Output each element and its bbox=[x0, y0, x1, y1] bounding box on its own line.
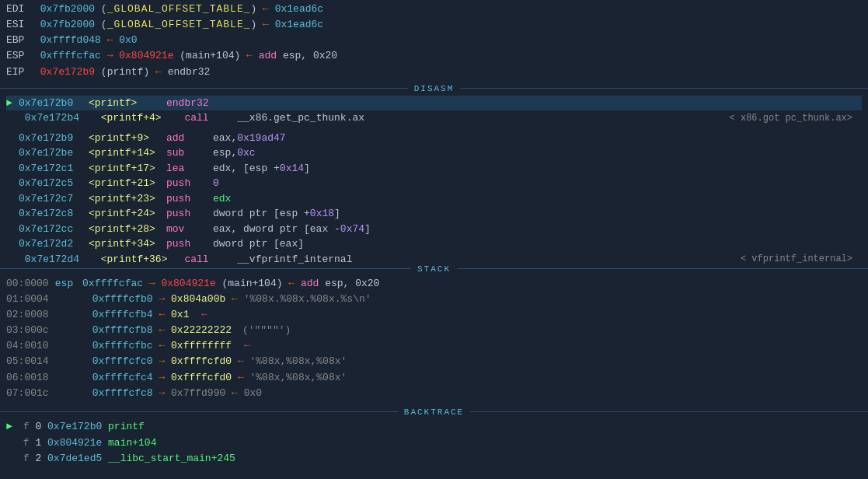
disasm-line-active: ► 0x7e172b0 <printf> endbr32 bbox=[6, 96, 862, 111]
disasm-line-printf4: 0x7e172b4 <printf+4> call __x86.get_pc_t… bbox=[6, 110, 862, 126]
registers-panel: EDI 0x7fb2000 (_GLOBAL_OFFSET_TABLE_) ← … bbox=[0, 0, 868, 83]
stack-panel: 00:0000 esp 0xffffcfac → 0x804921e (main… bbox=[0, 274, 868, 407]
disasm-line-printf9: 0x7e172b9 <printf+9> add eax, 0x19ad47 bbox=[6, 131, 862, 146]
disasm-divider: DISASM bbox=[0, 83, 868, 94]
disasm-line-printf24: 0x7e172c8 <printf+24> push dword ptr [es… bbox=[6, 206, 862, 222]
bt-line-0: ► f 0 0x7e172b0 printf bbox=[6, 419, 862, 435]
stack-line-0: 00:0000 esp 0xffffcfac → 0x804921e (main… bbox=[6, 276, 862, 292]
stack-line-4: 04:0010 0xffffcfbc ← 0xffffffff ← bbox=[6, 338, 862, 354]
main-panel: EDI 0x7fb2000 (_GLOBAL_OFFSET_TABLE_) ← … bbox=[0, 0, 868, 470]
reg-esi: ESI 0x7fb2000 (_GLOBAL_OFFSET_TABLE_) ← … bbox=[6, 17, 862, 33]
disasm-line-printf23: 0x7e172c7 <printf+23> push edx bbox=[6, 191, 862, 207]
disasm-line-printf36: 0x7e172d4 <printf+36> call __vfprintf_in… bbox=[6, 252, 862, 264]
disasm-panel: ► 0x7e172b0 <printf> endbr32 0x7e172b4 <… bbox=[0, 94, 868, 264]
stack-line-2: 02:0008 0xffffcfb4 ← 0x1 ← bbox=[6, 307, 862, 323]
stack-line-1: 01:0004 0xffffcfb0 → 0x804a00b ← '%08x.%… bbox=[6, 292, 862, 307]
backtrace-divider: BACKTRACE bbox=[0, 407, 868, 418]
reg-esp: ESP 0xffffcfac → 0x804921e (main+104) ← … bbox=[6, 48, 862, 64]
stack-divider: STACK bbox=[0, 264, 868, 274]
stack-line-7: 07:001c 0xffffcfc8 → 0x7ffd990 ← 0x0 bbox=[6, 386, 862, 401]
bt-line-2: f 2 0x7de1ed5 __libc_start_main+245 bbox=[6, 451, 862, 467]
stack-line-3: 03:000c 0xffffcfb8 ← 0x22222222 ('""""') bbox=[6, 323, 862, 338]
stack-line-5: 05:0014 0xffffcfc0 → 0xffffcfd0 ← '%08x,… bbox=[6, 354, 862, 369]
disasm-line-printf14: 0x7e172be <printf+14> sub esp, 0xc bbox=[6, 145, 862, 161]
stack-line-6: 06:0018 0xffffcfc4 → 0xffffcfd0 ← '%08x,… bbox=[6, 370, 862, 386]
disasm-line-printf21: 0x7e172c5 <printf+21> push 0 bbox=[6, 176, 862, 191]
backtrace-panel: ► f 0 0x7e172b0 printf f 1 0x804921e mai… bbox=[0, 418, 868, 470]
reg-eip: EIP 0x7e172b9 (printf) ← endbr32 bbox=[6, 65, 862, 80]
disasm-line-printf34: 0x7e172d2 <printf+34> push dword ptr [ea… bbox=[6, 236, 862, 252]
reg-ebp: EBP 0xffffd048 ← 0x0 bbox=[6, 33, 862, 48]
reg-edi: EDI 0x7fb2000 (_GLOBAL_OFFSET_TABLE_) ← … bbox=[6, 2, 862, 17]
disasm-line-printf28: 0x7e172cc <printf+28> mov eax, dword ptr… bbox=[6, 222, 862, 237]
disasm-line-printf17: 0x7e172c1 <printf+17> lea edx, [esp + 0x… bbox=[6, 161, 862, 177]
bt-line-1: f 1 0x804921e main+104 bbox=[6, 435, 862, 452]
